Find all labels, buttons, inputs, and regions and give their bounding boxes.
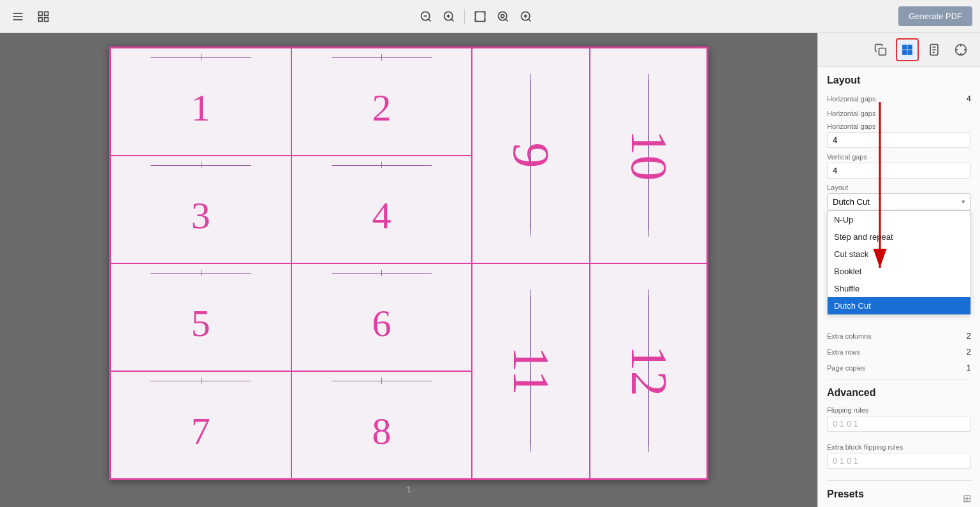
svg-line-19 bbox=[529, 18, 531, 21]
extra-rows-value: 2 bbox=[967, 347, 971, 356]
v-gaps-val: 4 bbox=[833, 166, 837, 175]
layout-field: Layout Dutch Cut N-Up Step and repeat Cu… bbox=[827, 184, 971, 210]
v-gaps-label: Vertical gaps bbox=[827, 153, 971, 161]
svg-rect-6 bbox=[45, 17, 48, 21]
horizontal-gaps-row: Horizontal gaps 4 bbox=[827, 94, 971, 103]
svg-rect-26 bbox=[903, 50, 907, 55]
option-shuffle[interactable]: Shuffle bbox=[828, 280, 970, 297]
svg-point-17 bbox=[501, 14, 504, 17]
layout-grid-icon[interactable] bbox=[896, 38, 919, 61]
layout-field-label: Layout bbox=[827, 184, 971, 191]
toolbar-right: Generate PDF bbox=[898, 6, 972, 26]
svg-line-16 bbox=[506, 18, 508, 21]
cell-7: 7 bbox=[110, 371, 291, 479]
extra-block-flipping-input[interactable] bbox=[827, 453, 971, 469]
section-divider bbox=[827, 379, 971, 379]
extra-columns-value: 2 bbox=[967, 331, 971, 341]
extra-block-flipping-field: Extra block flipping rules bbox=[827, 443, 971, 475]
svg-rect-27 bbox=[908, 50, 912, 55]
option-step-repeat[interactable]: Step and repeat bbox=[828, 228, 970, 246]
layout-dropdown-menu: N-Up Step and repeat Cut stack Booklet S… bbox=[827, 210, 971, 315]
horizontal-gaps-field-label: Horizontal gaps bbox=[827, 110, 971, 117]
menu-icon[interactable] bbox=[8, 6, 28, 27]
horizontal-gaps-display: Horizontal gaps 4 bbox=[827, 122, 971, 148]
svg-line-8 bbox=[428, 18, 431, 21]
page-number: 1 bbox=[407, 485, 411, 494]
layout-dropdown-value: Dutch Cut bbox=[833, 197, 870, 207]
page-canvas: 1 2 9 10 bbox=[109, 47, 708, 480]
svg-rect-23 bbox=[879, 48, 886, 55]
option-booklet[interactable]: Booklet bbox=[828, 263, 970, 280]
zoom-actual-button[interactable] bbox=[493, 6, 513, 27]
svg-point-15 bbox=[499, 11, 507, 20]
svg-rect-5 bbox=[39, 17, 43, 21]
svg-rect-3 bbox=[39, 11, 43, 15]
svg-rect-4 bbox=[45, 11, 48, 15]
grid-view-icon[interactable] bbox=[33, 6, 54, 27]
generate-pdf-button[interactable]: Generate PDF bbox=[898, 6, 972, 26]
zoom-out-button[interactable] bbox=[416, 6, 436, 27]
cell-8: 8 bbox=[291, 371, 472, 479]
fit-page-button[interactable] bbox=[470, 6, 490, 27]
cell-12: 12 bbox=[590, 263, 707, 479]
advanced-divider bbox=[827, 480, 971, 481]
extra-block-flipping-label: Extra block flipping rules bbox=[827, 443, 971, 451]
layout-title: Layout bbox=[827, 75, 971, 86]
vertical-gaps-display: Vertical gaps 4 bbox=[827, 153, 971, 179]
svg-rect-25 bbox=[908, 45, 912, 50]
h-gaps-label: Horizontal gaps bbox=[827, 122, 971, 130]
cell-5: 5 bbox=[110, 263, 291, 371]
zoom-fit-all-button[interactable] bbox=[516, 6, 536, 27]
toolbar-divider bbox=[464, 9, 465, 24]
svg-rect-14 bbox=[476, 11, 485, 21]
crosshair-icon[interactable] bbox=[949, 38, 972, 61]
page-copies-value: 1 bbox=[967, 363, 971, 372]
flipping-rules-label: Flipping rules bbox=[827, 406, 971, 414]
flipping-rules-field: Flipping rules bbox=[827, 406, 971, 438]
canvas-area: 1 2 9 10 bbox=[0, 33, 817, 507]
main-area: 1 2 9 10 bbox=[0, 33, 980, 507]
cell-10: 10 bbox=[590, 48, 707, 263]
cell-3: 3 bbox=[110, 156, 291, 263]
svg-point-22 bbox=[524, 14, 527, 17]
cell-9: 9 bbox=[472, 48, 589, 263]
toolbar-left bbox=[8, 6, 54, 27]
presets-section: Presets ⊞ bbox=[827, 489, 971, 507]
page-copies-label: Page copies bbox=[827, 364, 866, 372]
advanced-title: Advanced bbox=[827, 387, 971, 399]
extra-columns-row: Extra columns 2 bbox=[827, 331, 971, 341]
cell-1: 1 bbox=[110, 48, 291, 156]
panel-content: Layout Horizontal gaps 4 Horizontal gaps… bbox=[818, 67, 980, 507]
zoom-in-button[interactable] bbox=[439, 6, 459, 27]
svg-rect-24 bbox=[903, 45, 907, 50]
svg-line-11 bbox=[451, 18, 454, 21]
layout-dropdown[interactable]: Dutch Cut bbox=[827, 193, 971, 210]
panel-top-icons bbox=[818, 33, 980, 67]
option-n-up[interactable]: N-Up bbox=[828, 211, 970, 228]
cell-11: 11 bbox=[472, 263, 589, 479]
toolbar: Generate PDF bbox=[0, 0, 980, 33]
page-copies-row: Page copies 1 bbox=[827, 363, 971, 372]
option-dutch-cut[interactable]: Dutch Cut bbox=[828, 297, 970, 314]
presets-title: Presets bbox=[827, 489, 864, 500]
toolbar-center bbox=[59, 6, 893, 27]
cell-4: 4 bbox=[291, 156, 472, 263]
option-cut-stack[interactable]: Cut stack bbox=[828, 246, 970, 263]
right-panel: Layout Horizontal gaps 4 Horizontal gaps… bbox=[817, 33, 980, 507]
extra-rows-label: Extra rows bbox=[827, 348, 860, 356]
copy-pages-icon[interactable] bbox=[869, 38, 892, 61]
page-settings-icon[interactable] bbox=[923, 38, 946, 61]
cell-6: 6 bbox=[291, 263, 472, 371]
cell-2: 2 bbox=[291, 48, 472, 156]
extra-columns-label: Extra columns bbox=[827, 332, 872, 340]
horizontal-gaps-label: Horizontal gaps bbox=[827, 95, 875, 103]
extra-rows-row: Extra rows 2 bbox=[827, 347, 971, 356]
horizontal-gaps-value: 4 bbox=[967, 94, 971, 103]
presets-grid-icon: ⊞ bbox=[963, 492, 971, 504]
h-gaps-val: 4 bbox=[833, 135, 837, 145]
flipping-rules-input[interactable] bbox=[827, 416, 971, 432]
